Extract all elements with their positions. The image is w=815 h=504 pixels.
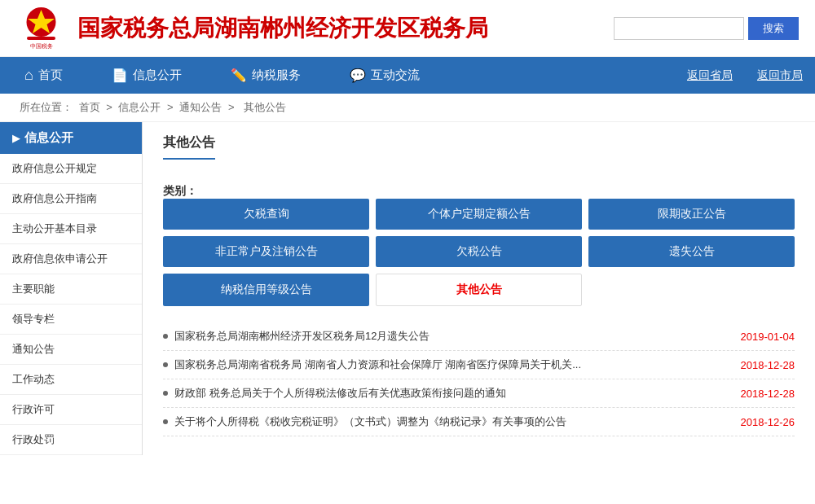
news-date-3: 2018-12-28: [741, 388, 795, 400]
breadcrumb: 所在位置： 首页 > 信息公开 > 通知公告 > 其他公告: [0, 94, 815, 122]
breadcrumb-prefix: 所在位置：: [20, 101, 73, 113]
breadcrumb-current: 其他公告: [244, 101, 286, 113]
edit-icon: ✏️: [231, 68, 247, 83]
svg-text:中国税务: 中国税务: [29, 43, 52, 50]
sidebar-item-gov-guide[interactable]: 政府信息公开指南: [0, 184, 142, 214]
news-link-4[interactable]: 关于将个人所得税《税收完税证明》（文书式）调整为《纳税记录》有关事项的公告: [174, 414, 729, 429]
news-link-3[interactable]: 财政部 税务总局关于个人所得税法修改后有关优惠政策衔接问题的通知: [174, 386, 729, 401]
sidebar-item-apply-public[interactable]: 政府信息依申请公开: [0, 244, 142, 274]
sidebar: ▶ 信息公开 政府信息公开规定 政府信息公开指南 主动公开基本目录 政府信息依申…: [0, 122, 143, 455]
news-date-4: 2018-12-26: [741, 416, 795, 428]
news-list: 国家税务总局湖南郴州经济开发区税务局12月遗失公告 2019-01-04 国家税…: [163, 322, 795, 436]
cat-tax-credit[interactable]: 纳税信用等级公告: [163, 274, 369, 306]
category-label: 类别：: [163, 184, 197, 197]
news-link-1[interactable]: 国家税务总局湖南郴州经济开发区税务局12月遗失公告: [174, 329, 729, 344]
nav-home-label: 首页: [38, 68, 63, 83]
news-item-3: 财政部 税务总局关于个人所得税法修改后有关优惠政策衔接问题的通知 2018-12…: [163, 379, 795, 408]
news-dot: [163, 362, 168, 367]
doc-icon: 📄: [112, 68, 128, 83]
search-area: 搜索: [614, 17, 799, 40]
nav-back-province[interactable]: 返回省局: [675, 57, 745, 94]
sidebar-header: ▶ 信息公开: [0, 122, 142, 154]
cat-individual-quota[interactable]: 个体户定期定额公告: [376, 199, 582, 230]
nav-tax-label: 纳税服务: [252, 68, 301, 83]
nav-back-city[interactable]: 返回市局: [745, 57, 815, 94]
sidebar-item-main-duties[interactable]: 主要职能: [0, 274, 142, 305]
news-item-2: 国家税务总局湖南省税务局 湖南省人力资源和社会保障厅 湖南省医疗保障局关于机关.…: [163, 351, 795, 379]
news-item-1: 国家税务总局湖南郴州经济开发区税务局12月遗失公告 2019-01-04: [163, 322, 795, 351]
home-icon: ⌂: [24, 67, 33, 84]
breadcrumb-notice[interactable]: 通知公告: [179, 101, 222, 113]
cat-lost-notice[interactable]: 遗失公告: [588, 236, 795, 267]
category-grid: 欠税查询 个体户定期定额公告 限期改正公告 非正常户及注销公告 欠税公告 遗失公…: [163, 199, 795, 306]
nav-info-label: 信息公开: [133, 68, 182, 83]
sidebar-item-admin-permit[interactable]: 行政许可: [0, 395, 142, 425]
nav-info[interactable]: 📄 信息公开: [87, 57, 206, 94]
chat-icon: 💬: [350, 68, 366, 83]
news-dot: [163, 334, 168, 339]
sidebar-header-label: 信息公开: [24, 130, 73, 146]
site-title: 国家税务总局湖南郴州经济开发区税务局: [77, 13, 614, 44]
sidebar-item-work-update[interactable]: 工作动态: [0, 365, 142, 395]
logo: 中国税务: [16, 6, 65, 50]
cat-abnormal-cancel[interactable]: 非正常户及注销公告: [163, 236, 369, 267]
sidebar-item-leadership[interactable]: 领导专栏: [0, 305, 142, 335]
news-link-2[interactable]: 国家税务总局湖南省税务局 湖南省人力资源和社会保障厅 湖南省医疗保障局关于机关.…: [174, 357, 729, 372]
sidebar-item-admin-penalty[interactable]: 行政处罚: [0, 425, 142, 455]
sidebar-item-notice[interactable]: 通知公告: [0, 335, 142, 365]
cat-deadline-correct[interactable]: 限期改正公告: [588, 199, 795, 230]
news-date-1: 2019-01-04: [741, 331, 795, 343]
nav-tax[interactable]: ✏️ 纳税服务: [206, 57, 325, 94]
header: 中国税务 国家税务总局湖南郴州经济开发区税务局 搜索: [0, 0, 815, 57]
nav-interact[interactable]: 💬 互动交流: [325, 57, 444, 94]
breadcrumb-info[interactable]: 信息公开: [118, 101, 161, 113]
search-input[interactable]: [614, 17, 744, 40]
cat-owe-tax-query[interactable]: 欠税查询: [163, 199, 369, 230]
news-item-4: 关于将个人所得税《税收完税证明》（文书式）调整为《纳税记录》有关事项的公告 20…: [163, 408, 795, 436]
breadcrumb-home[interactable]: 首页: [79, 101, 100, 113]
main-layout: ▶ 信息公开 政府信息公开规定 政府信息公开指南 主动公开基本目录 政府信息依申…: [0, 122, 815, 455]
search-button[interactable]: 搜索: [748, 17, 799, 40]
triangle-icon: ▶: [12, 133, 20, 144]
content-area: 其他公告 类别： 欠税查询 个体户定期定额公告 限期改正公告 非正常户及注销公告…: [143, 122, 815, 455]
category-section: 类别： 欠税查询 个体户定期定额公告 限期改正公告 非正常户及注销公告 欠税公告…: [163, 184, 795, 306]
sidebar-item-gov-rules[interactable]: 政府信息公开规定: [0, 154, 142, 184]
news-dot: [163, 391, 168, 396]
main-nav: ⌂ 首页 📄 信息公开 ✏️ 纳税服务 💬 互动交流 返回省局 返回市局: [0, 57, 815, 94]
nav-home[interactable]: ⌂ 首页: [0, 57, 87, 94]
news-date-2: 2018-12-28: [741, 359, 795, 371]
content-title: 其他公告: [163, 134, 215, 160]
sidebar-item-active-public[interactable]: 主动公开基本目录: [0, 214, 142, 244]
news-dot: [163, 419, 168, 424]
svg-rect-2: [27, 37, 55, 40]
cat-owe-tax-notice[interactable]: 欠税公告: [376, 236, 582, 267]
nav-interact-label: 互动交流: [371, 68, 420, 83]
cat-other-notice[interactable]: 其他公告: [376, 274, 582, 306]
